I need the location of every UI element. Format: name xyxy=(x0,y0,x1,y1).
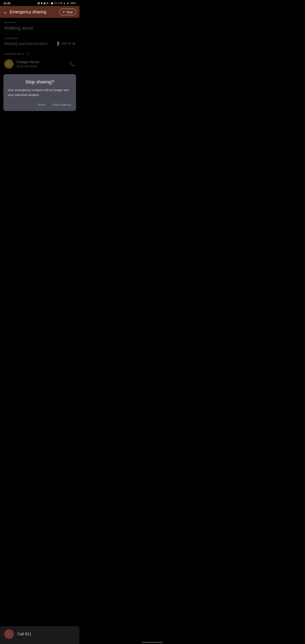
stop-button[interactable]: ✕ Stop xyxy=(59,9,76,15)
lte-icon: LTE xyxy=(58,2,62,4)
dialog-title: Stop sharing? xyxy=(8,79,72,85)
dialog-actions: Back Stop sharing xyxy=(8,102,72,108)
stop-sharing-dialog: Stop sharing? Your emergency contacts wi… xyxy=(4,74,76,111)
status-icons: 🖼 ✱ ▦ 𝕹 • ⏰ 📳 LTE ▲ ⚡ 100% xyxy=(38,2,76,5)
vibrate-icon: 📳 xyxy=(54,2,58,5)
back-button[interactable]: Back xyxy=(38,102,46,108)
alarm-icon: ⏰ xyxy=(50,2,54,5)
status-time: 11:22 xyxy=(4,2,10,5)
app-bar: ⌄ Emergency sharing ✕ Stop xyxy=(0,6,80,18)
app-bar-left: ⌄ Emergency sharing xyxy=(4,9,46,14)
dialog-body: Your emergency contacts will no longer s… xyxy=(8,88,72,97)
signal-icon: ▲ xyxy=(63,2,66,4)
nyt-icon: 𝕹 xyxy=(46,2,48,5)
photo-icon: 🖼 xyxy=(38,2,40,4)
battery-icon: ⚡ xyxy=(66,2,69,5)
stop-label: Stop xyxy=(66,10,73,14)
battery-percent: 100% xyxy=(70,2,76,4)
app-bar-title: Emergency sharing xyxy=(10,10,46,14)
dot-icon: • xyxy=(49,2,50,4)
close-icon: ✕ xyxy=(62,10,65,14)
bluetooth-icon: ✱ xyxy=(41,2,42,5)
back-icon[interactable]: ⌄ xyxy=(4,9,7,14)
stop-sharing-button[interactable]: Stop sharing xyxy=(52,102,72,108)
calendar-icon: ▦ xyxy=(44,2,46,5)
status-bar: 11:22 🖼 ✱ ▦ 𝕹 • ⏰ 📳 LTE ▲ ⚡ 100% xyxy=(0,0,80,6)
